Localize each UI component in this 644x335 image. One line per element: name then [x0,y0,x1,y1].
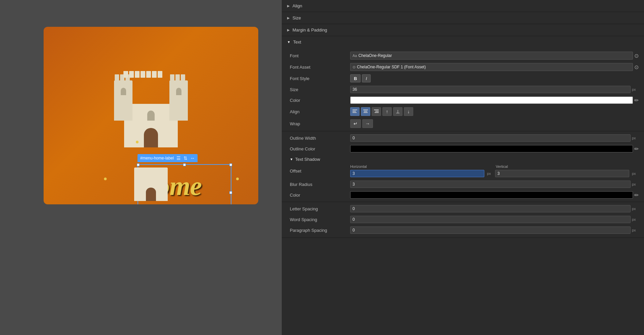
svg-rect-8 [375,112,379,113]
font-asset-name-text: ChelaOne-Regular SDF 1 (Font Asset) [357,65,631,69]
blur-radius-input[interactable] [350,181,631,188]
text-shadow-header[interactable]: ▼ Text Shadow [282,154,644,164]
valign-mid-btn[interactable]: ⊥ [393,107,402,116]
size-arrow-icon: ▶ [287,16,290,20]
font-style-row: Font Style B I [282,73,644,84]
blur-radius-label: Blur Radius [290,182,350,187]
shadow-color-pick-icon[interactable]: ✏ [634,192,639,198]
outline-color-value-container: ✏ [350,145,639,152]
divider-2 [282,202,644,202]
size-section: ▶ Size [282,12,644,24]
valign-top-btn[interactable]: ↑ [382,107,392,116]
offset-v-unit: px [632,172,639,176]
font-pick-icon[interactable]: ⊙ [634,53,639,59]
margin-padding-label: Margin & Padding [292,27,327,32]
word-spacing-input[interactable] [350,216,631,223]
outline-width-label: Outline Width [290,136,350,141]
font-asset-pick-icon[interactable]: ⊙ [634,64,639,70]
svg-rect-4 [364,111,367,112]
letter-spacing-input[interactable] [350,205,631,212]
font-label: Font [290,53,350,58]
blur-radius-value-container: px [350,181,639,188]
size-input[interactable] [350,86,631,93]
handle-dot-top [136,141,139,143]
font-row: Font Aa ChelaOne-Regular ⊙ [282,50,644,61]
offset-label: Offset [290,169,350,174]
align-section: ▶ Align [282,0,644,12]
font-value-container: Aa ChelaOne-Regular ⊙ [350,52,639,60]
font-asset-selector[interactable]: ⊙ ChelaOne-Regular SDF 1 (Font Asset) [350,63,633,71]
letter-spacing-unit: px [632,207,639,211]
offset-value-container: Horizontal Vertical px px [350,164,639,177]
margin-padding-header[interactable]: ▶ Margin & Padding [282,24,644,36]
svg-rect-1 [353,111,356,112]
font-asset-label: Font Asset [290,65,350,70]
letter-spacing-row: Letter Spacing px [282,203,644,214]
resize-icon: ↔ [190,155,195,161]
align-section-header[interactable]: ▶ Align [282,0,644,12]
word-spacing-unit: px [632,217,639,221]
offset-row: Offset Horizontal Vertical px px [282,164,644,179]
text-shadow-arrow-icon: ▼ [290,157,293,161]
size-section-header[interactable]: ▶ Size [282,12,644,24]
outline-color-row: Outline Color ✏ [282,143,644,154]
offset-h-input[interactable] [350,170,484,177]
color-value-container: ✏ [350,96,639,104]
font-asset-value-container: ⊙ ChelaOne-Regular SDF 1 (Font Asset) ⊙ [350,63,639,71]
color-pick-icon[interactable]: ✏ [634,97,639,104]
svg-rect-6 [374,110,379,110]
properties-panel: ▶ Align ▶ Size ▶ Margin & Padding ▼ Text… [282,0,644,335]
paragraph-spacing-input[interactable] [350,226,631,234]
align-center-btn[interactable] [361,107,370,116]
text-section-header[interactable]: ▼ Text [282,36,644,48]
align-left-btn[interactable] [350,107,360,116]
wrap-btn-1[interactable]: ↵ [350,119,361,128]
italic-button[interactable]: I [362,74,371,82]
shadow-color-label: Color [290,193,350,198]
outline-color-swatch[interactable] [350,145,633,152]
offset-v-input[interactable] [495,170,629,177]
canvas-area: #menu-home-label ☰ ⇅ ↔ Home [0,0,282,335]
divider-1 [282,131,644,131]
font-selector[interactable]: Aa ChelaOne-Regular [350,52,633,60]
text-section: ▼ Text Font Aa ChelaOne-Regular ⊙ Font A… [282,36,644,238]
wrap-btn-2[interactable]: → [362,119,373,128]
word-spacing-row: Word Spacing px [282,214,644,225]
text-arrow-icon: ▼ [287,40,290,44]
font-aa-icon: Aa [353,54,357,58]
font-style-label: Font Style [290,76,350,81]
svg-rect-3 [363,110,368,110]
vertical-label: Vertical [496,164,639,169]
shadow-color-swatch[interactable] [350,191,633,199]
align-right-btn[interactable] [372,107,381,116]
valign-icon: ⇅ [183,155,187,161]
outline-width-unit: px [632,136,639,140]
size-label: Size [290,87,350,92]
font-style-buttons: B I [350,74,639,82]
word-spacing-value-container: px [350,216,639,223]
margin-padding-section: ▶ Margin & Padding [282,24,644,36]
outline-color-pick-icon[interactable]: ✏ [634,146,639,152]
letter-spacing-label: Letter Spacing [290,206,350,211]
font-asset-icon: ⊙ [353,65,356,69]
outline-width-row: Outline Width px [282,133,644,143]
size-value-container: px [350,86,639,93]
size-section-label: Size [292,15,301,20]
bold-button[interactable]: B [350,74,361,82]
outline-width-input[interactable] [350,134,631,142]
valign-bottom-btn[interactable]: ↓ [404,107,413,116]
wrap-label: Wrap [290,121,350,126]
paragraph-spacing-label: Paragraph Spacing [290,228,350,233]
paragraph-spacing-value-container: px [350,226,639,234]
text-shadow-label: Text Shadow [295,157,320,162]
size-row: Size px [282,84,644,95]
align-arrow-icon: ▶ [287,4,290,8]
blur-radius-row: Blur Radius px [282,179,644,190]
font-name-text: ChelaOne-Regular [358,53,631,58]
color-swatch[interactable] [350,96,633,104]
element-label-bar[interactable]: #menu-home-label ☰ ⇅ ↔ [138,154,198,162]
canvas-background: #menu-home-label ☰ ⇅ ↔ Home [44,27,258,204]
handle-dot-left [104,178,107,180]
element-label-text: #menu-home-label [140,156,174,160]
wrap-buttons-container: ↵ → [350,119,639,128]
